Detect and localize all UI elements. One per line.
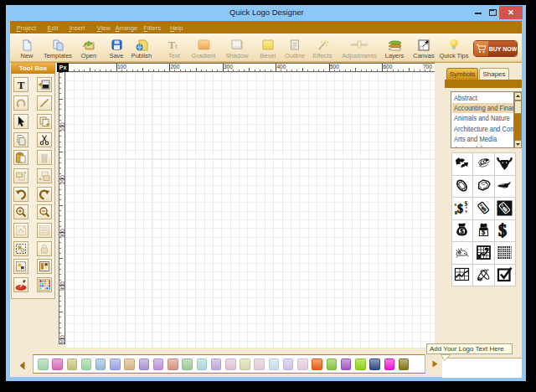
svg-text:t: t: [175, 43, 178, 50]
svg-text:T: T: [18, 79, 25, 90]
svg-text:s: s: [466, 209, 468, 214]
svg-text:T: T: [168, 39, 175, 50]
svg-text:$: $: [460, 227, 464, 235]
svg-text:$: $: [457, 202, 463, 214]
svg-text:s: s: [455, 201, 457, 208]
svg-text:$: $: [498, 222, 507, 238]
svg-text:s: s: [455, 208, 457, 215]
svg-text:s: s: [466, 204, 467, 209]
